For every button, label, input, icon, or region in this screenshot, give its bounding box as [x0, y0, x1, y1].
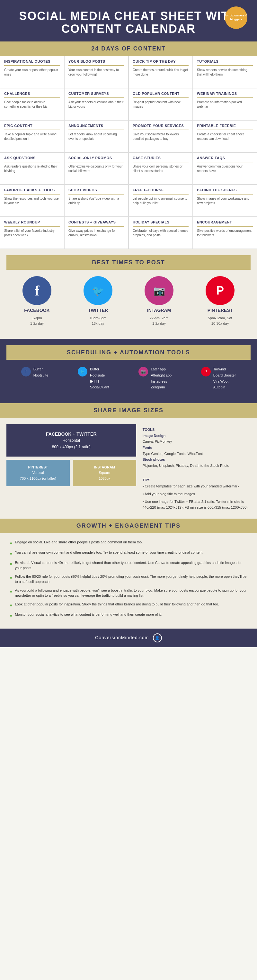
grid-cell-title: EPIC CONTENT [4, 124, 60, 130]
grid-cell-text: Create themes around quick tips to get m… [133, 68, 189, 77]
footer: ConversionMinded.com 👤 [0, 628, 257, 647]
grid-cell-text: Give your social media followers bundled… [133, 132, 189, 141]
social-time: 10am-6pm13x day [90, 315, 107, 326]
grid-cell-title: SOCIAL-ONLY PROMOS [68, 156, 124, 162]
grid-cell-title: CONTESTS + GIVEAWAYS [68, 220, 124, 227]
social-name: INTAGRAM [147, 308, 171, 313]
grid-cell-text: Your own content is the best way to grow… [68, 68, 124, 77]
tool-item: 🐦 BufferHootsuiteIFTTTSocialQuant [78, 366, 109, 390]
social-name: TWITTER [88, 308, 108, 313]
grid-cell-title: TUTORIALS [197, 59, 253, 66]
grid-cell-title: HOLIDAY SPECIALS [133, 220, 189, 227]
tool-text: BufferHootsuite [33, 366, 48, 378]
growth-item: ● Follow the 80/20 rule for your posts (… [10, 574, 247, 584]
bottom-size-boxes: PINTEREST Vertical 700 x 1100px (or tall… [6, 460, 136, 487]
tools-row: f BufferHootsuite 🐦 BufferHootsuiteIFTTT… [6, 360, 251, 397]
growth-item-text: You can share your own content and other… [15, 550, 203, 557]
image-sizes-right: TOOLS Image Design Canva, PicMonkey Font… [143, 424, 251, 512]
tool-item: 📷 Later appAfterlight appInstagressZengr… [138, 366, 171, 390]
grid-cell-title: OLD POPULAR CONTENT [133, 92, 189, 98]
bullet-dot: ● [10, 550, 12, 557]
grid-cell-title: WEEKLY ROUNDUP [4, 220, 60, 227]
grid-cell: TUTORIALS Show readers how to do somethi… [193, 56, 257, 88]
footer-text: ConversionMinded.com [95, 635, 149, 640]
grid-cell: ANNOUNCEMENTS Let readers know about upc… [64, 120, 128, 153]
image-sizes-header: SHARE IMAGE SIZES [0, 403, 257, 418]
tool-text: TailwindBoard BoosterViralWootAutopin [213, 366, 236, 390]
grid-cell-title: SHORT VIDEOS [68, 188, 124, 194]
bullet-dot: ● [10, 588, 12, 598]
social-icon-item: P PINTEREST 5pm-12am, Sat10-30x day [206, 276, 235, 326]
grid-cell: SOCIAL-ONLY PROMOS Offer exclusive disco… [64, 153, 128, 185]
social-icon-circle: 🐦 [84, 276, 113, 305]
image-sizes-left: FACEBOOK + TWITTER Horizontal 800 x 400p… [6, 424, 136, 512]
scheduling-header: SCHEDULING + AUTOMATION TOOLS [6, 345, 251, 360]
grid-cell-title: FAVORITE HACKS + TOOLS [4, 188, 60, 194]
grid-cell: INSPIRATIONAL QUOTES Create your own or … [0, 56, 64, 88]
footer-icon: 👤 [153, 633, 162, 643]
social-icon-circle: P [206, 276, 235, 305]
grid-cell-text: Let people opt-in to an email course to … [133, 196, 189, 205]
grid-cell-title: PROMOTE YOUR SERVICES [133, 124, 189, 130]
grid-cell-text: Take a popular topic and write a long, d… [4, 132, 60, 141]
growth-item-text: Monitor your social analytics to see wha… [15, 612, 162, 619]
grid-cell-text: Share a list of your favorite industry p… [4, 229, 60, 238]
grid-cell-title: PRINTABLE FREEBIE [197, 124, 253, 130]
social-icon-circle: f [22, 276, 51, 305]
grid-cell: OLD POPULAR CONTENT Re-post popular cont… [128, 88, 193, 120]
growth-item-text: Engage on social. Like and share other p… [15, 539, 143, 547]
pinterest-box: PINTEREST Vertical 700 x 1100px (or tall… [6, 460, 70, 487]
grid-cell: CUSTOMER SURVEYS Ask your readers questi… [64, 88, 128, 120]
social-icon-item: f FACEBOOK 1-3pm1-2x day [22, 276, 51, 326]
bullet-dot: ● [10, 540, 12, 547]
social-icon-item: 📷 INTAGRAM 2-5pm, 2am1-2x day [144, 276, 173, 326]
tool-item: P TailwindBoard BoosterViralWootAutopin [201, 366, 236, 390]
grid-cell: ENCOURAGEMENT Give positive words of enc… [193, 217, 257, 249]
grid-cell-title: CASE STUDIES [133, 156, 189, 162]
grid-cell: EPIC CONTENT Take a popular topic and wr… [0, 120, 64, 153]
tool-text: BufferHootsuiteIFTTTSocialQuant [90, 366, 109, 390]
growth-item-text: Follow the 80/20 rule for your posts (80… [15, 574, 247, 584]
grid-cell-text: Give positive words of encouragement for… [197, 229, 253, 238]
grid-cell-text: Promote an information-packed webinar [197, 100, 253, 109]
stock-photos-label: Stock photos [143, 457, 251, 463]
grid-cell-text: Show images of your workspace and new pr… [197, 196, 253, 205]
social-icon-item: 🐦 TWITTER 10am-6pm13x day [84, 276, 113, 326]
grid-cell-text: Share your own personal stories or clien… [133, 164, 189, 173]
grid-cell: QUICK TIP OF THE DAY Create themes aroun… [128, 56, 193, 88]
grid-cell-text: Share a short YouTube video with a quick… [68, 196, 124, 205]
grid-cell: HOLIDAY SPECIALS Celebrate holidays with… [128, 217, 193, 249]
grid-cell-text: Ask readers questions related to their b… [4, 164, 60, 173]
grid-cell-title: CHALLENGES [4, 92, 60, 98]
tool-text: Later appAfterlight appInstagressZengram [151, 366, 171, 390]
grid-cell-text: Celebrate holidays with special themes g… [133, 229, 189, 238]
grid-cell: CASE STUDIES Share your own personal sto… [128, 153, 193, 185]
grid-cell-text: Offer exclusive discounts only for your … [68, 164, 124, 173]
grid-cell-text: Create a checklist or cheat sheet reader… [197, 132, 253, 141]
tips-heading: TIPS [143, 477, 251, 483]
growth-item-text: As you build a following and engage with… [15, 588, 247, 598]
header-badge: for biz owners & bloggers [225, 6, 247, 29]
growth-item-text: Look at other popular posts for inspirat… [15, 601, 219, 609]
image-design-label: Image Design [143, 433, 251, 439]
grid-cell-title: ANSWER FAQs [197, 156, 253, 162]
grid-cell: WEBINAR TRAININGS Promote an information… [193, 88, 257, 120]
grid-cell: CONTESTS + GIVEAWAYS Give away prizes in… [64, 217, 128, 249]
grid-cell: WEEKLY ROUNDUP Share a list of your favo… [0, 217, 64, 249]
grid-cell-text: Show readers how to do something that wi… [197, 68, 253, 77]
grid-cell: FREE E-COURSE Let people opt-in to an em… [128, 185, 193, 217]
social-time: 2-5pm, 2am1-2x day [150, 315, 169, 326]
tool-icon: f [21, 367, 31, 377]
growth-item: ● Look at other popular posts for inspir… [10, 601, 247, 609]
grid-cell: YOUR BLOG POSTS Your own content is the … [64, 56, 128, 88]
content-grid: INSPIRATIONAL QUOTES Create your own or … [0, 56, 257, 249]
social-time: 5pm-12am, Sat10-30x day [208, 315, 232, 326]
best-times-header: BEST TIMES TO POST [6, 255, 251, 270]
bullet-dot: ● [10, 574, 12, 584]
tool-icon: 📷 [138, 367, 148, 377]
bullet-dot: ● [10, 612, 12, 619]
grid-cell-text: Give away prizes in exchange for emails,… [68, 229, 124, 238]
header: SOCIAL MEDIA CHEAT SHEET WITH CONTENT CA… [0, 0, 257, 41]
image-design-tools: Canva, PicMonkey [143, 439, 251, 445]
grid-cell-text: Let readers know about upcoming events o… [68, 132, 124, 141]
